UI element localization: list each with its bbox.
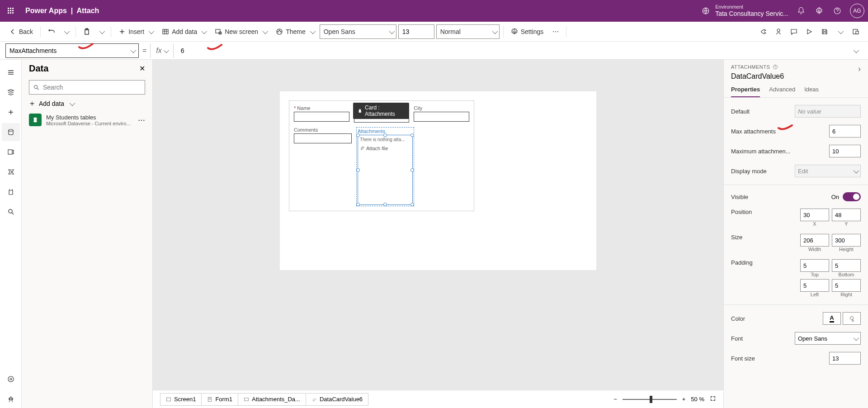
prop-displaymode-value: Edit [795,165,861,177]
prop-default-label: Default [731,108,750,115]
name-input[interactable] [294,112,349,122]
settings-rail-icon[interactable] [2,370,20,388]
svg-rect-24 [856,31,859,34]
data-search-input[interactable] [43,84,141,91]
data-search[interactable] [29,80,145,95]
fx-label[interactable]: fx [150,43,173,58]
attachments-card[interactable]: Attachments There is nothing atta... Att… [356,127,414,206]
save-icon[interactable] [817,24,832,39]
font-weight-select[interactable]: Normal [436,24,500,39]
search-rail-icon[interactable] [2,203,20,221]
edit-form[interactable]: * Name Card : Attachments City [289,100,474,211]
header-title: Power Apps | Attach [25,7,99,15]
comments-icon[interactable] [787,24,801,39]
virtual-agent-icon[interactable] [2,390,20,408]
publish-icon[interactable] [848,24,863,39]
tree-view-icon[interactable] [2,83,20,101]
font-size-input[interactable] [398,24,434,39]
undo-button[interactable] [44,26,59,37]
zoom-slider[interactable] [623,399,677,400]
field-label-comments: Comments [294,127,352,133]
svg-point-22 [777,29,780,32]
prop-height[interactable] [832,234,861,247]
flows-rail-icon[interactable] [2,163,20,181]
tab-ideas[interactable]: Ideas [804,86,819,97]
share-icon[interactable] [756,24,770,39]
app-canvas[interactable]: * Name Card : Attachments City [280,91,596,270]
undo-dropdown[interactable] [61,26,72,37]
prop-width[interactable] [800,234,829,247]
props-collapse-icon[interactable]: › [858,64,861,74]
card-tooltip: Card : Attachments [353,103,410,119]
add-data-link[interactable]: Add data [22,97,152,110]
checker-icon[interactable] [771,24,786,39]
city-input[interactable] [414,112,469,122]
prop-pad-bottom[interactable] [832,259,861,272]
prop-maxatt-value[interactable] [829,125,861,138]
back-button[interactable]: Back [5,26,37,37]
prop-visible-label: Visible [731,194,748,200]
svg-point-29 [8,376,14,382]
preview-icon[interactable] [802,24,816,39]
prop-font-value[interactable]: Open Sans [795,332,861,345]
data-rail-icon[interactable] [2,123,20,141]
prop-x[interactable] [800,209,829,221]
tab-properties[interactable]: Properties [731,86,760,97]
help-icon[interactable] [828,2,846,20]
formula-input[interactable] [177,43,844,58]
close-icon[interactable]: ✕ [139,64,145,73]
media-rail-icon[interactable] [2,143,20,161]
prop-y[interactable] [832,209,861,221]
tab-advanced[interactable]: Advanced [769,86,795,97]
prop-size-label: Size [731,234,742,241]
settings-button[interactable]: Settings [507,26,547,37]
theme-button[interactable]: Theme [272,26,318,37]
property-selector[interactable]: MaxAttachments [5,43,139,58]
hamburger-icon[interactable] [2,63,20,81]
formula-expand[interactable] [848,47,863,55]
prop-pad-left[interactable] [800,279,829,292]
more-button[interactable]: ⋯ [549,26,562,37]
save-dropdown[interactable] [833,24,847,39]
prop-fontsize-value[interactable] [829,352,861,365]
svg-point-32 [11,399,12,399]
visible-toggle[interactable] [843,192,861,201]
paste-dropdown[interactable] [96,26,107,37]
comments-input[interactable] [294,133,352,143]
font-color-button[interactable]: A [823,312,841,325]
font-select[interactable]: Open Sans [320,24,396,39]
paste-button[interactable] [80,26,94,37]
attachments-control[interactable]: There is nothing atta... Attach file [358,135,413,205]
crumb-card[interactable]: Attachments_Da... [238,393,306,406]
new-screen-button[interactable]: New screen [211,26,270,37]
waffle-icon[interactable] [4,4,18,18]
insert-button[interactable]: Insert [115,26,156,37]
command-bar: Back Insert Add data New screen Theme Op… [0,22,868,42]
add-data-button[interactable]: Add data [158,26,209,37]
user-avatar[interactable]: AG [850,4,864,18]
svg-point-18 [279,30,280,31]
control-name: DataCardValue6 [731,72,784,81]
notifications-icon[interactable] [792,2,810,20]
fit-screen-icon[interactable] [710,395,716,403]
data-source-item[interactable]: My Students tables Microsoft Dataverse -… [22,110,152,130]
prop-pad-top[interactable] [800,259,829,272]
crumb-control[interactable]: DataCardValue6 [306,393,368,406]
prop-padding-label: Padding [731,259,753,266]
environment-picker[interactable]: Environment Tata Consultancy Servic... [702,4,788,18]
variables-rail-icon[interactable] [2,183,20,201]
attach-file-link[interactable]: Attach file [360,146,410,151]
zoom-in[interactable]: + [682,396,686,403]
app-header: Power Apps | Attach Environment Tata Con… [0,0,868,22]
crumb-form[interactable]: Form1 [201,393,238,406]
settings-icon[interactable] [810,2,828,20]
data-item-more[interactable]: ⋯ [138,116,145,124]
crumb-screen[interactable]: Screen1 [160,393,202,406]
zoom-out[interactable]: − [613,396,617,403]
insert-rail-icon[interactable] [2,103,20,121]
fill-color-button[interactable] [843,312,861,325]
annotation-check-3 [776,124,794,132]
prop-maxsize-value[interactable] [829,145,861,157]
prop-pad-right[interactable] [832,279,861,292]
svg-point-28 [10,378,12,380]
